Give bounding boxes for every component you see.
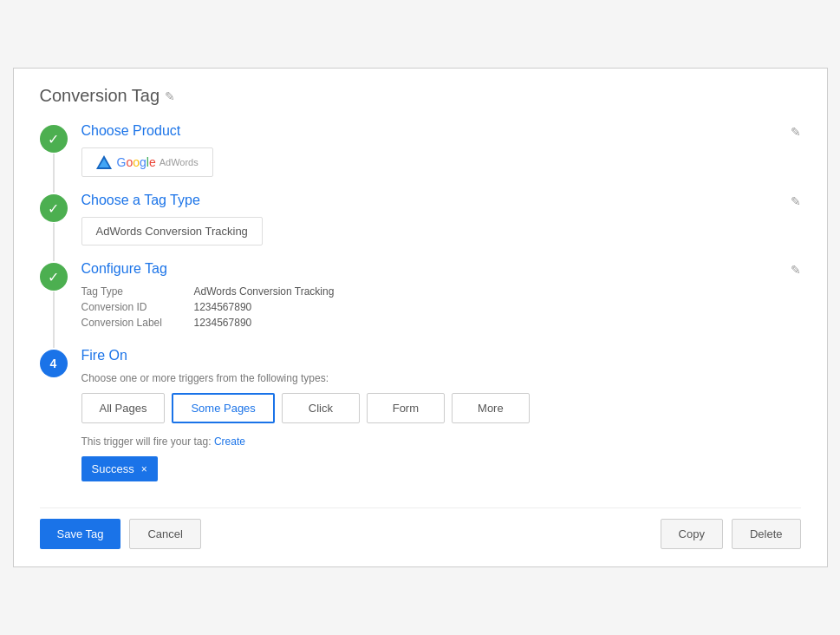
page-title: Conversion Tag [40,86,160,106]
trigger-create-link[interactable]: Create [214,435,245,448]
section-3-edit-icon[interactable]: ✎ [791,263,801,277]
product-box: Google AdWords [81,147,213,177]
section-4-content: Fire On Choose one or more triggers from… [81,348,801,481]
trigger-btn-some-pages[interactable]: Some Pages [172,393,274,423]
section-2-header: Choose a Tag Type ✎ [81,193,801,217]
config-label-conversion-id: Conversion ID [81,301,194,313]
step-3-indicator: ✓ [40,263,68,291]
step-1-checkmark: ✓ [48,131,59,147]
success-tag-label: Success [92,462,134,475]
tag-type-label: AdWords Conversion Tracking [96,225,248,238]
trigger-btn-all-pages[interactable]: All Pages [81,393,166,423]
step-2-indicator: ✓ [40,194,68,222]
step-1-indicator: ✓ [40,125,68,153]
trigger-fire-line: This trigger will fire your tag: Create [81,435,801,448]
connector-line-2 [53,223,55,261]
section-choose-tag-type: ✓ Choose a Tag Type ✎ AdWords Conversion… [40,193,801,245]
config-value-conversion-label: 1234567890 [194,317,252,329]
step-3-checkmark: ✓ [48,269,59,285]
trigger-button-group: All Pages Some Pages Click Form More [81,393,801,423]
config-row-conversion-id: Conversion ID 1234567890 [81,301,801,313]
config-row-tag-type: Tag Type AdWords Conversion Tracking [81,285,801,298]
section-2-title: Choose a Tag Type [81,193,200,208]
success-tag-close-icon[interactable]: × [141,463,147,475]
tag-type-box: AdWords Conversion Tracking [81,217,263,245]
page-title-edit-icon[interactable]: ✎ [165,89,175,103]
config-row-conversion-label: Conversion Label 1234567890 [81,317,801,329]
section-fire-on: 4 Fire On Choose one or more triggers fr… [40,348,801,481]
copy-button[interactable]: Copy [661,519,723,549]
adwords-logo-icon [96,155,112,169]
section-4-title: Fire On [81,348,801,363]
config-table: Tag Type AdWords Conversion Tracking Con… [81,285,801,329]
config-label-conversion-label: Conversion Label [81,317,194,329]
section-1-content: Choose Product ✎ Google AdWords [81,123,801,177]
success-tag: Success × [81,456,158,481]
footer: Save Tag Cancel Copy Delete [40,507,801,549]
step-4-indicator: 4 [40,350,68,377]
config-label-tag-type: Tag Type [81,285,194,298]
adwords-text: AdWords [160,157,199,167]
trigger-btn-more[interactable]: More [452,393,530,423]
step-2-checkmark: ✓ [48,200,59,217]
footer-right-buttons: Copy Delete [661,519,801,549]
google-text: Google [117,155,156,169]
config-value-conversion-id: 1234567890 [194,301,252,313]
google-adwords-label: Google AdWords [117,155,199,169]
connector-line-3 [53,291,55,348]
section-1-title: Choose Product [81,123,181,139]
cancel-button[interactable]: Cancel [129,519,200,549]
section-2-content: Choose a Tag Type ✎ AdWords Conversion T… [81,193,801,245]
page-title-row: Conversion Tag ✎ [40,86,801,106]
step-4-number: 4 [50,357,57,370]
main-container: Conversion Tag ✎ ✓ Choose Product ✎ Goog… [13,68,828,567]
section-1-edit-icon[interactable]: ✎ [791,125,801,139]
success-tag-wrapper: Success × [81,456,158,481]
section-2-edit-icon[interactable]: ✎ [791,194,801,208]
connector-line-1 [53,154,55,193]
section-3-title: Configure Tag [81,261,167,277]
config-value-tag-type: AdWords Conversion Tracking [194,285,335,298]
trigger-btn-form[interactable]: Form [367,393,445,423]
section-configure-tag: ✓ Configure Tag ✎ Tag Type AdWords Conve… [40,261,801,332]
footer-left-buttons: Save Tag Cancel [40,519,201,549]
section-choose-product: ✓ Choose Product ✎ Google AdWords [40,123,801,177]
save-tag-button[interactable]: Save Tag [40,519,121,549]
section-3-content: Configure Tag ✎ Tag Type AdWords Convers… [81,261,801,332]
trigger-fire-text: This trigger will fire your tag: [81,435,212,448]
delete-button[interactable]: Delete [732,519,801,549]
section-3-header: Configure Tag ✎ [81,261,801,285]
trigger-btn-click[interactable]: Click [282,393,360,423]
fire-on-description: Choose one or more triggers from the fol… [81,372,801,384]
section-1-header: Choose Product ✎ [81,123,801,147]
